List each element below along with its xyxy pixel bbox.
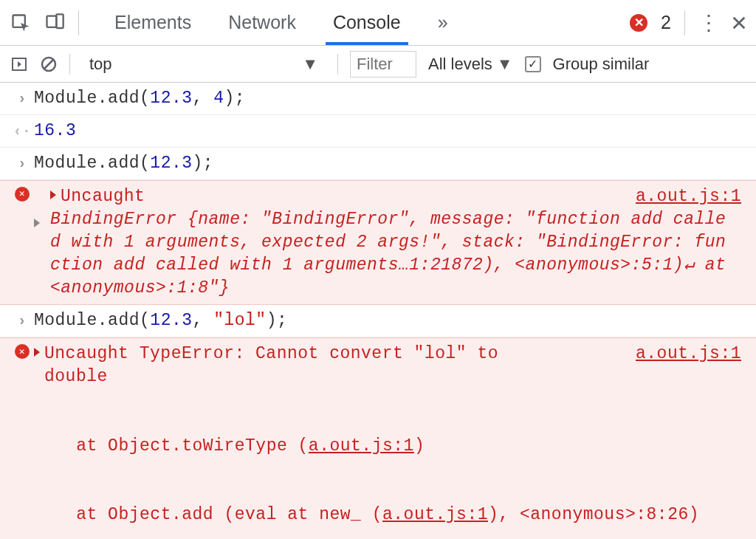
tab-network[interactable]: Network <box>225 1 299 44</box>
console-input-row: › Module.add(12.3, 4); <box>0 83 756 115</box>
code-number: 12.3 <box>150 89 192 108</box>
console-log: › Module.add(12.3, 4); ‹· 16.3 › Module.… <box>0 83 756 539</box>
stack-line: at Object.add (eval at new_ (a.out.js:1)… <box>34 504 741 526</box>
devtools-topbar: Elements Network Console » ✕ 2 ⋮ <box>0 0 756 46</box>
divider <box>69 54 70 75</box>
tab-strip: Elements Network Console » <box>111 1 451 44</box>
code-text: ); <box>193 154 214 173</box>
expand-icon[interactable] <box>34 219 40 227</box>
code-text: ); <box>267 311 288 330</box>
error-icon: ✕ <box>15 344 30 359</box>
error-source-link[interactable]: a.out.js:1 <box>636 185 741 208</box>
tabs-overflow-icon[interactable]: » <box>435 1 451 44</box>
close-devtools-icon[interactable] <box>731 15 747 31</box>
console-error-row: ✕ a.out.js:1 Uncaught TypeError: Cannot … <box>0 337 756 539</box>
error-body: BindingError {name: "BindingError", mess… <box>50 208 729 300</box>
tab-console[interactable]: Console <box>330 1 404 44</box>
return-number: 16.3 <box>34 121 76 140</box>
tab-elements[interactable]: Elements <box>111 1 194 44</box>
console-return-row: ‹· 16.3 <box>0 115 756 148</box>
code-number: 4 <box>213 89 224 108</box>
error-head: Uncaught <box>61 187 145 206</box>
error-source-link[interactable]: a.out.js:1 <box>636 343 741 365</box>
divider <box>684 10 685 35</box>
console-error-row: ✕ a.out.js:1 Uncaught BindingError {name… <box>0 180 756 305</box>
return-prompt-icon: ‹· <box>13 121 31 141</box>
error-icon: ✕ <box>15 187 30 202</box>
expand-icon[interactable] <box>50 190 56 199</box>
stack-line: at Object.toWireType (a.out.js:1) <box>34 435 741 458</box>
error-count-icon[interactable]: ✕ <box>630 14 647 32</box>
error-count: 2 <box>661 12 671 33</box>
svg-rect-2 <box>56 14 63 28</box>
filter-input[interactable] <box>350 51 416 78</box>
expand-icon[interactable] <box>34 348 40 357</box>
console-error[interactable]: a.out.js:1 Uncaught TypeError: Cannot co… <box>34 343 741 539</box>
code-number: 12.3 <box>150 154 192 173</box>
console-input: Module.add(12.3, "lol"); <box>34 309 741 332</box>
console-input: Module.add(12.3); <box>34 152 741 175</box>
context-selector[interactable]: top ▼ <box>82 51 326 78</box>
sidebar-toggle-icon[interactable] <box>10 55 28 73</box>
input-prompt-icon: › <box>18 311 27 331</box>
clear-console-icon[interactable] <box>40 55 58 73</box>
stack-link[interactable]: a.out.js:1 <box>309 436 414 456</box>
stack-link[interactable]: a.out.js:1 <box>382 505 488 524</box>
console-input: Module.add(12.3, 4); <box>34 87 741 110</box>
console-input-row: › Module.add(12.3); <box>0 148 756 180</box>
context-label: top <box>89 55 112 74</box>
console-error[interactable]: a.out.js:1 Uncaught BindingError {name: … <box>34 185 741 300</box>
code-text: , <box>193 89 214 108</box>
group-similar-checkbox[interactable]: ✓ <box>525 56 541 72</box>
kebab-menu-icon[interactable]: ⋮ <box>698 10 718 35</box>
console-input-row: › Module.add(12.3, "lol"); <box>0 305 756 337</box>
code-string: "lol" <box>213 311 267 330</box>
device-toggle-icon[interactable] <box>44 13 65 33</box>
console-return-value: 16.3 <box>34 120 741 143</box>
code-text: ); <box>224 89 245 108</box>
log-levels-selector[interactable]: All levels ▼ <box>428 55 513 74</box>
svg-rect-1 <box>47 16 57 27</box>
chevron-down-icon: ▼ <box>497 55 513 74</box>
input-prompt-icon: › <box>18 89 27 109</box>
code-text: Module.add( <box>34 311 150 330</box>
input-prompt-icon: › <box>18 154 27 174</box>
error-title: Uncaught TypeError: Cannot convert "lol"… <box>44 343 554 388</box>
divider <box>337 54 338 75</box>
code-text: Module.add( <box>34 89 150 108</box>
levels-label: All levels <box>428 55 492 74</box>
divider <box>78 10 79 35</box>
code-text: Module.add( <box>34 154 150 173</box>
code-text: , <box>193 311 214 330</box>
code-number: 12.3 <box>150 311 192 330</box>
chevron-down-icon: ▼ <box>302 55 318 74</box>
console-toolbar: top ▼ All levels ▼ ✓ Group similar <box>0 46 756 83</box>
inspect-icon[interactable] <box>10 13 31 33</box>
group-similar-label: Group similar <box>553 55 650 74</box>
